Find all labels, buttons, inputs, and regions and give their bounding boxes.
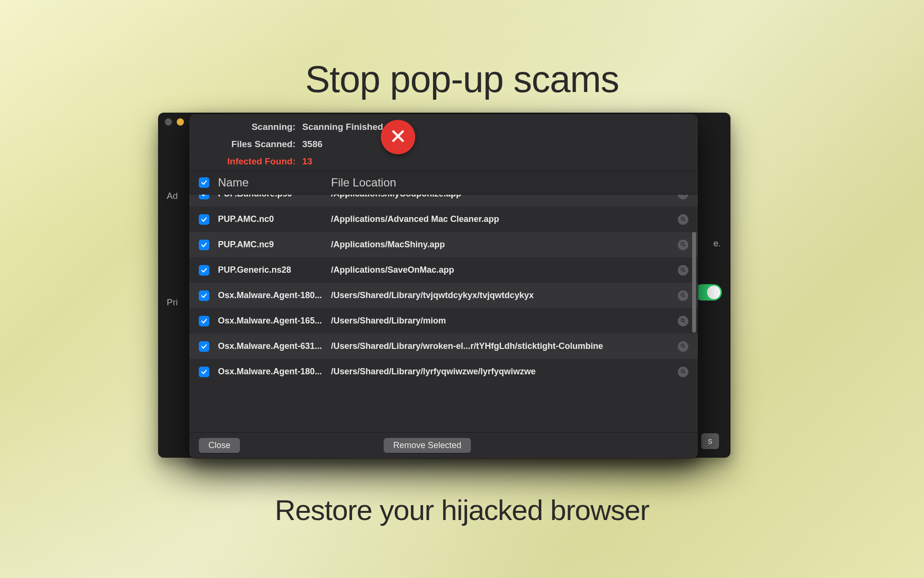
files-scanned-value: 3586 bbox=[302, 139, 322, 150]
magnifying-glass-icon bbox=[680, 240, 686, 250]
table-row[interactable]: PUP.Generic.ns28/Applications/SaveOnMac.… bbox=[189, 257, 698, 283]
row-checkbox[interactable] bbox=[199, 240, 209, 250]
file-location: /Applications/MyCouponize.app bbox=[331, 195, 678, 199]
file-location: /Users/Shared/Library/miom bbox=[331, 316, 678, 326]
stop-scan-button[interactable] bbox=[381, 120, 415, 154]
reveal-in-finder-button[interactable] bbox=[678, 316, 688, 326]
table-row[interactable]: Osx.Malware.Agent-165.../Users/Shared/Li… bbox=[189, 308, 698, 334]
table-row[interactable]: PUP.Bundlore.ps0/Applications/MyCouponiz… bbox=[189, 195, 698, 207]
results-list[interactable]: PUP.Bundlore.ps0/Applications/MyCouponiz… bbox=[189, 195, 698, 405]
row-checkbox[interactable] bbox=[199, 195, 209, 199]
magnifying-glass-icon bbox=[680, 367, 686, 377]
reveal-in-finder-button[interactable] bbox=[678, 240, 688, 250]
marketing-headline: Stop pop-up scams bbox=[0, 58, 924, 101]
threat-name: Osx.Malware.Agent-165... bbox=[218, 316, 331, 326]
table-row[interactable]: Osx.Malware.Agent-180.../Users/Shared/Li… bbox=[189, 359, 698, 384]
row-checkbox[interactable] bbox=[199, 214, 209, 225]
files-scanned-label: Files Scanned: bbox=[201, 139, 296, 150]
dialog-footer: Close Remove Selected bbox=[189, 432, 698, 458]
reveal-in-finder-button[interactable] bbox=[678, 341, 688, 352]
reveal-in-finder-button[interactable] bbox=[678, 290, 688, 301]
threat-name: PUP.AMC.nc0 bbox=[218, 214, 331, 224]
bg-button-s[interactable]: s bbox=[701, 433, 719, 449]
infected-found-label: Infected Found: bbox=[201, 156, 296, 167]
row-checkbox[interactable] bbox=[199, 316, 209, 326]
threat-name: Osx.Malware.Agent-180... bbox=[218, 290, 331, 301]
bg-label-pri: Pri bbox=[167, 297, 178, 308]
scanning-label: Scanning: bbox=[201, 122, 296, 132]
scan-results-dialog: Scanning: Scanning Finished Files Scanne… bbox=[189, 114, 698, 458]
close-x-icon bbox=[390, 128, 406, 146]
threat-name: PUP.AMC.nc9 bbox=[218, 240, 331, 250]
column-header-name[interactable]: Name bbox=[218, 176, 331, 189]
magnifying-glass-icon bbox=[680, 341, 686, 351]
threat-name: PUP.Bundlore.ps0 bbox=[218, 195, 331, 199]
threat-name: PUP.Generic.ns28 bbox=[218, 265, 331, 275]
infected-found-value: 13 bbox=[302, 156, 312, 167]
bg-toggle[interactable] bbox=[694, 284, 722, 301]
threat-name: Osx.Malware.Agent-180... bbox=[218, 367, 331, 377]
magnifying-glass-icon bbox=[680, 214, 686, 224]
vertical-scrollbar[interactable] bbox=[692, 232, 696, 333]
table-row[interactable]: Osx.Malware.Agent-180.../Users/Shared/Li… bbox=[189, 283, 698, 308]
row-checkbox[interactable] bbox=[199, 367, 209, 377]
bg-label-ad: Ad bbox=[167, 191, 178, 201]
file-location: /Applications/SaveOnMac.app bbox=[331, 265, 678, 275]
dialog-header: Scanning: Scanning Finished Files Scanne… bbox=[189, 114, 698, 171]
magnifying-glass-icon bbox=[680, 316, 686, 326]
row-checkbox[interactable] bbox=[199, 341, 209, 352]
reveal-in-finder-button[interactable] bbox=[678, 367, 688, 377]
row-checkbox[interactable] bbox=[199, 290, 209, 301]
close-button[interactable]: Close bbox=[199, 438, 240, 453]
reveal-in-finder-button[interactable] bbox=[678, 195, 688, 199]
reveal-in-finder-button[interactable] bbox=[678, 265, 688, 276]
file-location: /Applications/MacShiny.app bbox=[331, 240, 678, 250]
window-close-icon[interactable] bbox=[165, 118, 172, 126]
column-header-row: Name File Location bbox=[189, 171, 698, 195]
table-row[interactable]: Osx.Malware.Agent-631.../Users/Shared/Li… bbox=[189, 334, 698, 359]
row-checkbox[interactable] bbox=[199, 265, 209, 276]
file-location: /Users/Shared/Library/wroken-el...r/tYHf… bbox=[331, 341, 678, 351]
table-row[interactable]: PUP.AMC.nc9/Applications/MacShiny.app bbox=[189, 232, 698, 257]
select-all-checkbox[interactable] bbox=[199, 177, 209, 188]
magnifying-glass-icon bbox=[680, 195, 686, 199]
magnifying-glass-icon bbox=[680, 290, 686, 301]
file-location: /Users/Shared/Library/tvjqwtdcykyx/tvjqw… bbox=[331, 290, 678, 301]
table-row[interactable]: PUP.AMC.nc0/Applications/Advanced Mac Cl… bbox=[189, 207, 698, 232]
file-location: /Applications/Advanced Mac Cleaner.app bbox=[331, 214, 678, 224]
threat-name: Osx.Malware.Agent-631... bbox=[218, 341, 331, 351]
magnifying-glass-icon bbox=[680, 265, 686, 275]
scanning-status: Scanning Finished bbox=[302, 122, 383, 132]
window-minimize-icon[interactable] bbox=[177, 118, 184, 126]
remove-selected-button[interactable]: Remove Selected bbox=[384, 438, 471, 453]
file-location: /Users/Shared/Library/lyrfyqwiwzwe/lyrfy… bbox=[331, 367, 678, 377]
column-header-location[interactable]: File Location bbox=[331, 176, 688, 189]
marketing-subline: Restore your hijacked browser bbox=[0, 494, 924, 527]
reveal-in-finder-button[interactable] bbox=[678, 214, 688, 225]
bg-text-e: e. bbox=[713, 238, 721, 249]
